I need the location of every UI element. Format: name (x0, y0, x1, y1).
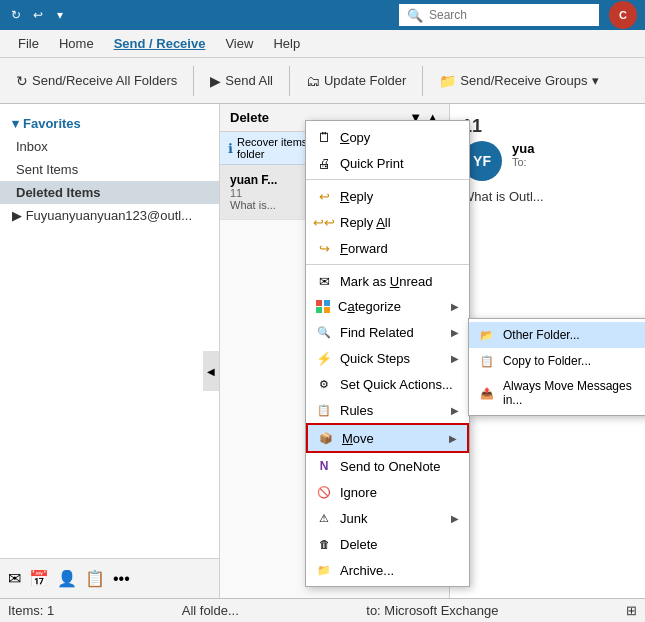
ribbon-send-receive-all[interactable]: ↻ Send/Receive All Folders (8, 69, 185, 93)
sidebar-item-sent[interactable]: Sent Items (0, 158, 219, 181)
menu-view[interactable]: View (215, 32, 263, 55)
ctx-reply-all[interactable]: ↩↩ Reply All (306, 209, 469, 235)
categorize-icon (316, 300, 330, 314)
ctx-mark-unread-label: Mark as Unread (340, 274, 459, 289)
context-menu: 🗒 Copy 🖨 Quick Print ↩ Reply ↩↩ Reply Al… (305, 120, 470, 587)
ctx-rules[interactable]: 📋 Rules ▶ (306, 397, 469, 423)
sub-always-move[interactable]: 📤 Always Move Messages in... (469, 374, 645, 412)
sub-other-folder[interactable]: 📂 Other Folder... (469, 322, 645, 348)
ctx-ignore[interactable]: 🚫 Ignore (306, 479, 469, 505)
onenote-icon: N (316, 458, 332, 474)
other-folder-icon: 📂 (479, 327, 495, 343)
ctx-move-label: Move (342, 431, 441, 446)
move-icon: 📦 (318, 430, 334, 446)
ribbon: ↻ Send/Receive All Folders ▶ Send All 🗂 … (0, 58, 645, 104)
ctx-set-quick-actions-label: Set Quick Actions... (340, 377, 459, 392)
sidebar: ▾ Favorites Inbox Sent Items Deleted Ite… (0, 104, 220, 598)
reading-header: YF yua To: (462, 141, 633, 181)
ctx-find-related-label: Find Related (340, 325, 443, 340)
copy-folder-icon: 📋 (479, 353, 495, 369)
ribbon-divider-3 (422, 66, 423, 96)
ctx-forward-label: Forward (340, 241, 459, 256)
ribbon-update-folder[interactable]: 🗂 Update Folder (298, 69, 414, 93)
ctx-mark-unread[interactable]: ✉ Mark as Unread (306, 268, 469, 294)
ctx-delete-label: Delete (340, 537, 459, 552)
menu-home[interactable]: Home (49, 32, 104, 55)
sidebar-item-inbox[interactable]: Inbox (0, 135, 219, 158)
sub-copy-folder[interactable]: 📋 Copy to Folder... (469, 348, 645, 374)
send-receive-icon: ↻ (16, 73, 28, 89)
user-avatar[interactable]: C (609, 1, 637, 29)
ribbon-groups-label: Send/Receive Groups (460, 73, 587, 88)
search-input[interactable] (429, 8, 591, 22)
sidebar-section-favorites: ▾ Favorites (0, 112, 219, 135)
sidebar-group-account[interactable]: ▶ Fuyuanyuanyuan123@outl... (0, 204, 219, 227)
group-expand-icon: ▶ (12, 208, 22, 223)
ribbon-send-receive-label: Send/Receive All Folders (32, 73, 177, 88)
copy-icon: 🗒 (316, 129, 332, 145)
groups-arrow-icon: ▾ (592, 73, 599, 88)
ribbon-send-all[interactable]: ▶ Send All (202, 69, 281, 93)
ctx-archive-label: Archive... (340, 563, 459, 578)
ctx-copy-label: Copy (340, 130, 459, 145)
sub-other-folder-label: Other Folder... (503, 328, 637, 342)
send-all-icon: ▶ (210, 73, 221, 89)
ctx-categorize-label: Categorize (338, 299, 443, 314)
ctx-junk[interactable]: ⚠ Junk ▶ (306, 505, 469, 531)
sub-copy-folder-label: Copy to Folder... (503, 354, 637, 368)
more-nav-icon[interactable]: ••• (113, 570, 130, 588)
ctx-send-onenote[interactable]: N Send to OneNote (306, 453, 469, 479)
ctx-set-quick-actions[interactable]: ⚙ Set Quick Actions... (306, 371, 469, 397)
ctx-reply-all-label: Reply All (340, 215, 459, 230)
ctx-delete[interactable]: 🗑 Delete (306, 531, 469, 557)
ctx-archive[interactable]: 📁 Archive... (306, 557, 469, 583)
ctx-find-related[interactable]: 🔍 Find Related ▶ (306, 319, 469, 345)
groups-icon: 📁 (439, 73, 456, 89)
calendar-nav-icon[interactable]: 📅 (29, 569, 49, 588)
account-label: Fuyuanyuanyuan123@outl... (26, 208, 192, 223)
reading-sender: yua (512, 141, 534, 156)
find-related-icon: 🔍 (316, 324, 332, 340)
ctx-quick-steps[interactable]: ⚡ Quick Steps ▶ (306, 345, 469, 371)
envelope-icon: ✉ (316, 273, 332, 289)
ctx-quick-print[interactable]: 🖨 Quick Print (306, 150, 469, 176)
quick-access-icon[interactable]: ▾ (52, 7, 68, 23)
search-box[interactable]: 🔍 (399, 4, 599, 26)
sidebar-item-deleted[interactable]: Deleted Items (0, 181, 219, 204)
ctx-reply[interactable]: ↩ Reply (306, 183, 469, 209)
people-nav-icon[interactable]: 👤 (57, 569, 77, 588)
ctx-forward[interactable]: ↪ Forward (306, 235, 469, 261)
sidebar-nav-bar: ✉ 📅 👤 📋 ••• (0, 558, 219, 598)
undo-icon[interactable]: ↩ (30, 7, 46, 23)
mail-nav-icon[interactable]: ✉ (8, 569, 21, 588)
ribbon-send-receive-groups[interactable]: 📁 Send/Receive Groups ▾ (431, 69, 606, 93)
ctx-categorize[interactable]: Categorize ▶ (306, 294, 469, 319)
move-arrow: ▶ (449, 433, 457, 444)
title-bar: ↻ ↩ ▾ 🔍 C (0, 0, 645, 30)
ctx-copy[interactable]: 🗒 Copy (306, 124, 469, 150)
menu-help[interactable]: Help (263, 32, 310, 55)
sidebar-collapse-btn[interactable]: ◀ (203, 351, 219, 391)
ignore-icon: 🚫 (316, 484, 332, 500)
favorites-label: Favorites (23, 116, 81, 131)
ctx-quick-print-label: Quick Print (340, 156, 459, 171)
ctx-sep-2 (306, 264, 469, 265)
refresh-icon[interactable]: ↻ (8, 7, 24, 23)
status-icon: ⊞ (626, 603, 637, 618)
menu-file[interactable]: File (8, 32, 49, 55)
always-move-icon: 📤 (479, 385, 495, 401)
status-bar: Items: 1 All folde... to: Microsoft Exch… (0, 598, 645, 622)
ctx-move[interactable]: 📦 Move ▶ (306, 423, 469, 453)
quick-steps-arrow: ▶ (451, 353, 459, 364)
ctx-send-onenote-label: Send to OneNote (340, 459, 459, 474)
menu-bar: File Home Send / Receive View Help (0, 30, 645, 58)
reply-icon: ↩ (316, 188, 332, 204)
menu-send-receive[interactable]: Send / Receive (104, 32, 216, 55)
status-items: Items: 1 (8, 603, 54, 618)
favorites-collapse-icon[interactable]: ▾ (12, 116, 19, 131)
delete-icon: 🗑 (316, 536, 332, 552)
rules-arrow: ▶ (451, 405, 459, 416)
ctx-junk-label: Junk (340, 511, 443, 526)
tasks-nav-icon[interactable]: 📋 (85, 569, 105, 588)
quick-steps-icon: ⚡ (316, 350, 332, 366)
